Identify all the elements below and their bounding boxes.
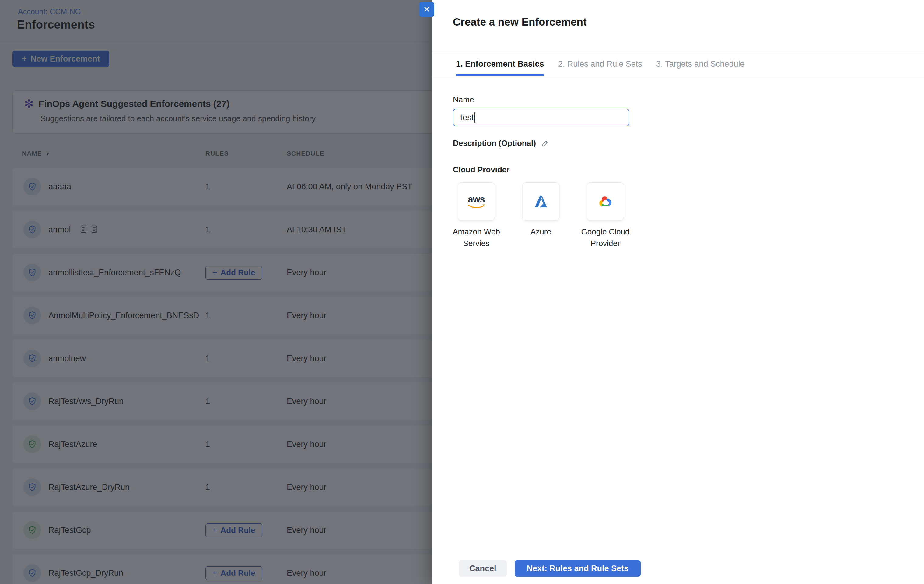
provider-label: Google Cloud Provider xyxy=(579,226,632,249)
provider-label: Azure xyxy=(514,226,568,238)
aws-logo-text: aws xyxy=(468,195,485,204)
name-input-value: test xyxy=(460,112,474,122)
aws-smile-icon xyxy=(467,204,485,209)
gcp-logo xyxy=(598,195,613,208)
wizard-tabs: 1. Enforcement Basics2. Rules and Rule S… xyxy=(432,52,924,76)
cancel-button[interactable]: Cancel xyxy=(459,560,507,577)
close-icon: ✕ xyxy=(423,5,431,14)
close-drawer-button[interactable]: ✕ xyxy=(419,2,434,17)
aws-logo: aws xyxy=(458,182,495,221)
cloud-provider-label: Cloud Provider xyxy=(453,165,924,174)
description-label: Description (Optional) xyxy=(453,139,536,148)
provider-label: Amazon Web Servies xyxy=(449,226,503,249)
tab-targets-and-schedule[interactable]: 3. Targets and Schedule xyxy=(656,52,745,76)
drawer-title: Create a new Enforcement xyxy=(453,16,924,28)
edit-description-button[interactable] xyxy=(541,139,549,148)
provider-card-aws[interactable]: awsAmazon Web Servies xyxy=(458,182,495,249)
next-button[interactable]: Next: Rules and Rule Sets xyxy=(515,560,641,577)
azure-logo xyxy=(534,195,548,208)
create-enforcement-drawer: Create a new Enforcement 1. Enforcement … xyxy=(432,0,924,584)
tab-enforcement-basics[interactable]: 1. Enforcement Basics xyxy=(456,52,544,76)
azure-logo xyxy=(522,182,559,221)
drawer-footer: Cancel Next: Rules and Rule Sets xyxy=(459,560,641,577)
name-field-label: Name xyxy=(453,95,924,104)
provider-card-gcp[interactable]: Google Cloud Provider xyxy=(587,182,624,249)
provider-card-azure[interactable]: Azure xyxy=(522,182,559,249)
text-cursor xyxy=(475,112,475,123)
gcp-logo xyxy=(587,182,624,221)
screen: Account: CCM-NG Enforcements + New Enfor… xyxy=(0,0,924,584)
pencil-icon xyxy=(541,139,549,148)
tab-rules-and-rule-sets[interactable]: 2. Rules and Rule Sets xyxy=(558,52,642,76)
name-input[interactable]: test xyxy=(453,109,629,126)
cloud-provider-options: awsAmazon Web ServiesAzureGoogle Cloud P… xyxy=(453,182,924,249)
